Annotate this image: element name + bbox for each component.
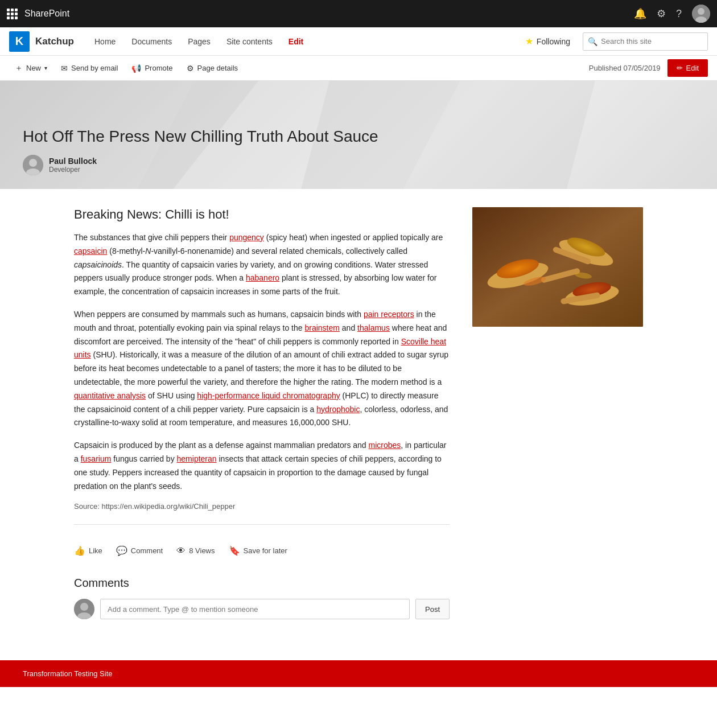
published-date: Published 07/05/2019 bbox=[589, 64, 661, 72]
details-icon: ⚙ bbox=[187, 64, 194, 73]
author-info: Paul Bullock Developer bbox=[49, 157, 97, 174]
nav-link-edit[interactable]: Edit bbox=[282, 27, 310, 56]
svg-point-11 bbox=[80, 603, 88, 611]
page-details-button[interactable]: ⚙ Page details bbox=[181, 60, 244, 76]
user-avatar[interactable] bbox=[692, 5, 710, 23]
like-icon: 👍 bbox=[74, 545, 85, 556]
top-bar: SharePoint 🔔 ⚙ ? bbox=[0, 0, 717, 27]
search-icon: 🔍 bbox=[588, 37, 598, 46]
toolbar: ＋ New ▾ ✉ Send by email 📢 Promote ⚙ Page… bbox=[0, 56, 717, 81]
link-habanero[interactable]: habanero bbox=[246, 273, 279, 282]
link-brainstem[interactable]: brainstem bbox=[304, 323, 339, 332]
link-quantitative-analysis[interactable]: quantitative analysis bbox=[74, 391, 146, 400]
toolbar-right: Published 07/05/2019 ✏ Edit bbox=[589, 59, 708, 77]
nav-link-documents[interactable]: Documents bbox=[125, 27, 179, 56]
link-thalamus[interactable]: thalamus bbox=[357, 323, 390, 332]
site-logo: K bbox=[9, 31, 30, 52]
nav-bar: K Katchup Home Documents Pages Site cont… bbox=[0, 27, 717, 56]
bookmark-icon: 🔖 bbox=[229, 545, 240, 556]
chevron-down-icon: ▾ bbox=[44, 65, 47, 71]
footer: Transformation Testing Site bbox=[0, 660, 717, 687]
svg-point-1 bbox=[698, 8, 704, 15]
views-button: 👁 8 Views bbox=[176, 544, 215, 558]
following-button[interactable]: ★ Following bbox=[520, 32, 576, 50]
send-by-email-button[interactable]: ✉ Send by email bbox=[55, 60, 123, 76]
svg-rect-14 bbox=[472, 207, 643, 327]
link-hydrophobic[interactable]: hydrophobic bbox=[316, 405, 360, 414]
nav-link-site-contents[interactable]: Site contents bbox=[220, 27, 279, 56]
comment-input-row: Post bbox=[74, 599, 450, 619]
footer-text: Transformation Testing Site bbox=[23, 669, 113, 678]
top-bar-actions: 🔔 ⚙ ? bbox=[634, 5, 710, 23]
plus-icon: ＋ bbox=[15, 63, 23, 73]
commenter-avatar bbox=[74, 599, 94, 619]
nav-link-pages[interactable]: Pages bbox=[181, 27, 217, 56]
article-section-title: Breaking News: Chilli is hot! bbox=[74, 207, 450, 222]
article-paragraph-1: The substances that give chili peppers t… bbox=[74, 231, 450, 299]
star-icon: ★ bbox=[525, 36, 533, 47]
link-hplc[interactable]: high-performance liquid chromatography bbox=[197, 391, 340, 400]
settings-icon[interactable]: ⚙ bbox=[657, 7, 666, 20]
svg-point-8 bbox=[29, 159, 37, 167]
help-icon[interactable]: ? bbox=[676, 8, 682, 20]
author-section: Paul Bullock Developer bbox=[23, 155, 694, 175]
edit-icon: ✏ bbox=[677, 64, 683, 72]
article-side bbox=[472, 207, 643, 619]
link-fusarium[interactable]: fusarium bbox=[81, 454, 112, 463]
waffle-icon bbox=[7, 9, 18, 19]
save-for-later-button[interactable]: 🔖 Save for later bbox=[229, 543, 287, 558]
comments-section: Comments Post bbox=[74, 577, 450, 619]
actions-bar: 👍 Like 💬 Comment 👁 8 Views 🔖 Save for la… bbox=[74, 538, 450, 563]
following-label: Following bbox=[537, 37, 570, 46]
link-capsaicin[interactable]: capsaicin bbox=[74, 246, 107, 256]
author-role: Developer bbox=[49, 166, 97, 174]
views-icon: 👁 bbox=[176, 546, 186, 556]
article-image bbox=[472, 207, 643, 327]
comment-icon: 💬 bbox=[116, 545, 127, 556]
author-name: Paul Bullock bbox=[49, 157, 97, 166]
site-name: Katchup bbox=[35, 36, 74, 47]
nav-links: Home Documents Pages Site contents Edit bbox=[88, 27, 520, 56]
comment-button[interactable]: 💬 Comment bbox=[116, 543, 163, 558]
article-body: Breaking News: Chilli is hot! The substa… bbox=[74, 207, 450, 619]
article-paragraph-2: When peppers are consumed by mammals suc… bbox=[74, 308, 450, 430]
search-box[interactable]: 🔍 bbox=[583, 32, 708, 51]
link-scoville[interactable]: Scoville heat units bbox=[74, 337, 446, 360]
search-input[interactable] bbox=[601, 37, 703, 46]
notifications-icon[interactable]: 🔔 bbox=[634, 7, 646, 20]
link-pain-receptors[interactable]: pain receptors bbox=[364, 310, 414, 319]
link-microbes[interactable]: microbes bbox=[369, 441, 401, 450]
app-name: SharePoint bbox=[24, 9, 69, 19]
main-content: Breaking News: Chilli is hot! The substa… bbox=[51, 189, 666, 637]
comments-title: Comments bbox=[74, 577, 450, 590]
post-button[interactable]: Post bbox=[415, 599, 450, 619]
nav-link-home[interactable]: Home bbox=[88, 27, 122, 56]
comment-input[interactable] bbox=[100, 599, 410, 619]
avatar-image bbox=[692, 5, 710, 23]
promote-icon: 📢 bbox=[131, 64, 141, 73]
nav-right: ★ Following 🔍 bbox=[520, 32, 708, 51]
email-icon: ✉ bbox=[61, 64, 68, 73]
like-button[interactable]: 👍 Like bbox=[74, 543, 102, 558]
spice-image bbox=[472, 207, 643, 327]
article-title: Hot Off The Press New Chilling Truth Abo… bbox=[23, 127, 694, 146]
article-paragraph-3: Capsaicin is produced by the plant as a … bbox=[74, 439, 450, 493]
link-hemipteran[interactable]: hemipteran bbox=[177, 454, 217, 463]
edit-button[interactable]: ✏ Edit bbox=[667, 59, 708, 77]
link-pungency[interactable]: pungency bbox=[229, 233, 264, 242]
source-text: Source: https://en.wikipedia.org/wiki/Ch… bbox=[74, 502, 450, 511]
divider bbox=[74, 524, 450, 525]
promote-button[interactable]: 📢 Promote bbox=[126, 60, 178, 76]
author-avatar bbox=[23, 155, 43, 175]
waffle-menu[interactable] bbox=[7, 9, 18, 19]
hero-section: Hot Off The Press New Chilling Truth Abo… bbox=[0, 81, 717, 189]
new-button[interactable]: ＋ New ▾ bbox=[9, 60, 53, 77]
